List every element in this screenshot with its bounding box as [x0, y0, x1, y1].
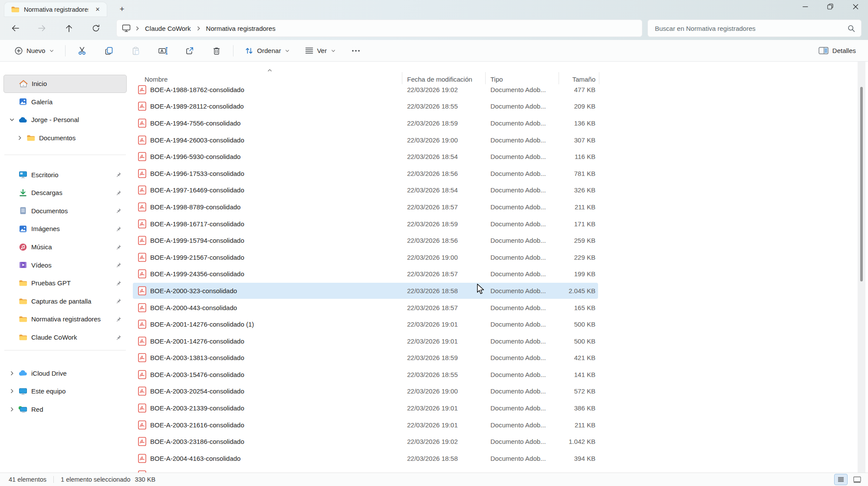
- back-button[interactable]: [8, 21, 23, 36]
- details-pane-button[interactable]: Detalles: [819, 47, 856, 54]
- sidebar-item-pruebas-gpt[interactable]: Pruebas GPT: [3, 274, 127, 292]
- thumbnail-view-toggle[interactable]: [852, 474, 863, 485]
- scrollbar-thumb[interactable]: [860, 87, 863, 281]
- file-name: BOE-A-1994-26003-consolidado: [150, 136, 401, 144]
- sort-icon: [245, 47, 253, 55]
- cut-button[interactable]: [72, 43, 92, 59]
- pdf-icon: [138, 169, 146, 178]
- vertical-scrollbar[interactable]: [858, 62, 865, 473]
- details-view-icon: [838, 477, 844, 482]
- sidebar-item-jorge-personal[interactable]: Jorge - Personal: [3, 111, 127, 129]
- sidebar-item-este-equipo[interactable]: Este equipo: [3, 382, 127, 400]
- view-button[interactable]: Ver: [300, 43, 340, 59]
- file-name: BOE-A-1998-16717-consolidado: [150, 220, 401, 228]
- file-row[interactable]: BOE-A-1999-21567-consolidado22/03/2026 1…: [130, 249, 858, 266]
- pdf-icon: [138, 136, 146, 145]
- file-row[interactable]: BOE-A-1998-16717-consolidado22/03/2026 1…: [130, 215, 858, 232]
- sidebar-item-red[interactable]: Red: [3, 400, 127, 419]
- pdf-icon: [138, 303, 146, 312]
- tab-close-icon[interactable]: ✕: [93, 5, 102, 14]
- minimize-button[interactable]: [792, 0, 818, 13]
- file-row[interactable]: BOE-A-1996-17533-consolidado22/03/2026 1…: [130, 165, 858, 182]
- file-row[interactable]: BOE-A-2003-21339-consolidado22/03/2026 1…: [130, 400, 858, 417]
- file-type: Documento Adob...: [490, 203, 555, 211]
- pdf-icon: [138, 370, 146, 379]
- file-row[interactable]: BOE-A-1999-15794-consolidado22/03/2026 1…: [130, 232, 858, 249]
- sidebar-item-capturas-de-pantalla[interactable]: Capturas de pantalla: [3, 292, 127, 311]
- sidebar-item-label: Escritorio: [31, 171, 59, 179]
- close-button[interactable]: [843, 0, 868, 13]
- file-row[interactable]: BOE-A-2003-21616-consolidado22/03/2026 1…: [130, 417, 858, 433]
- restore-button[interactable]: [818, 0, 843, 13]
- chevron-right-icon[interactable]: [5, 407, 18, 412]
- command-toolbar: Nuevo Ordenar: [0, 40, 868, 62]
- breadcrumb-segment[interactable]: Normativa registradores: [203, 23, 279, 33]
- delete-button[interactable]: [207, 43, 227, 59]
- more-ellipsis-icon: [352, 50, 360, 52]
- file-row[interactable]: BOE-A-2003-15476-consolidado22/03/2026 1…: [130, 366, 858, 383]
- sidebar-item-escritorio[interactable]: Escritorio: [3, 165, 127, 184]
- file-date: 22/03/2026 18:59: [407, 354, 483, 361]
- folder-icon: [18, 298, 27, 305]
- copy-button[interactable]: [99, 43, 119, 59]
- sidebar-item-claude-cowork[interactable]: Claude CoWork: [3, 328, 127, 347]
- file-row[interactable]: BOE-A-1994-26003-consolidado22/03/2026 1…: [130, 132, 858, 149]
- sidebar: InicioGaleríaJorge - PersonalDocumentosE…: [3, 75, 127, 418]
- sidebar-item-inicio[interactable]: Inicio: [3, 75, 127, 93]
- file-row[interactable]: BOE-A-2000-323-consolidado22/03/2026 18:…: [130, 282, 858, 299]
- search-icon[interactable]: [848, 25, 855, 32]
- refresh-button[interactable]: [89, 21, 103, 36]
- status-bar: 41 elementos 1 elemento seleccionado 330…: [0, 473, 868, 486]
- paste-button[interactable]: [126, 43, 146, 59]
- new-tab-button[interactable]: +: [116, 3, 128, 15]
- sidebar-item-normativa-registradores[interactable]: Normativa registradores: [3, 310, 127, 328]
- file-row[interactable]: BOE-A-2003-20254-consolidado22/03/2026 1…: [130, 383, 858, 400]
- sort-button[interactable]: Ordenar: [240, 43, 294, 59]
- file-date: 22/03/2026 19:01: [407, 404, 483, 412]
- chevron-right-icon[interactable]: [5, 389, 18, 393]
- file-row[interactable]: BOE-A-2004-4163-consolidado22/03/2026 18…: [130, 450, 858, 467]
- sidebar-item-v-deos[interactable]: Vídeos: [3, 256, 127, 274]
- sidebar-item-documentos[interactable]: Documentos: [3, 202, 127, 220]
- new-button[interactable]: Nuevo: [10, 43, 59, 59]
- forward-button[interactable]: [34, 21, 49, 36]
- file-row[interactable]: BOE-A-1998-8789-consolidado22/03/2026 18…: [130, 198, 858, 215]
- icloud-icon: [18, 370, 27, 376]
- share-button[interactable]: [180, 43, 200, 59]
- paste-icon: [132, 46, 140, 55]
- chevron-down-icon[interactable]: [5, 117, 18, 122]
- file-row[interactable]: BOE-A-2001-14276-consolidado22/03/2026 1…: [130, 333, 858, 350]
- file-row[interactable]: BOE-A-2005-7364-consolidado22/03/2026 18…: [130, 467, 858, 473]
- sidebar-item-m-sica[interactable]: Música: [3, 238, 127, 256]
- file-row[interactable]: BOE-A-2003-13813-consolidado22/03/2026 1…: [130, 350, 858, 367]
- pictures-icon: [18, 225, 27, 233]
- file-row[interactable]: BOE-A-1988-18762-consolidado22/03/2026 1…: [130, 81, 858, 98]
- chevron-right-icon[interactable]: [13, 136, 26, 140]
- file-row[interactable]: BOE-A-1999-24356-consolidado22/03/2026 1…: [130, 266, 858, 283]
- rename-button[interactable]: [153, 43, 173, 59]
- up-button[interactable]: [62, 21, 76, 36]
- file-row[interactable]: BOE-A-1989-28112-consolidado22/03/2026 1…: [130, 98, 858, 115]
- sidebar-item-descargas[interactable]: Descargas: [3, 184, 127, 202]
- file-row[interactable]: BOE-A-1994-7556-consolidado22/03/2026 18…: [130, 115, 858, 132]
- search-input[interactable]: [654, 24, 848, 33]
- file-row[interactable]: BOE-A-2003-23186-consolidado22/03/2026 1…: [130, 433, 858, 450]
- more-options-button[interactable]: [347, 43, 365, 59]
- explorer-tab[interactable]: Normativa registradores ✕: [4, 2, 107, 17]
- sidebar-item-documentos[interactable]: Documentos: [3, 129, 127, 147]
- sidebar-item-im-genes[interactable]: Imágenes: [3, 220, 127, 238]
- search-box[interactable]: [648, 20, 861, 37]
- chevron-right-icon[interactable]: [5, 371, 18, 376]
- downloads-icon: [18, 188, 27, 197]
- file-row[interactable]: BOE-A-2000-443-consolidado22/03/2026 18:…: [130, 299, 858, 316]
- sidebar-item-icloud-drive[interactable]: iCloud Drive: [3, 364, 127, 382]
- breadcrumb-segment[interactable]: Claude CoWork: [141, 23, 194, 33]
- breadcrumb-chevron-icon: [133, 26, 141, 31]
- details-view-toggle[interactable]: [834, 474, 848, 485]
- file-row[interactable]: BOE-A-2001-14276-consolidado (1)22/03/20…: [130, 316, 858, 333]
- file-row[interactable]: BOE-A-1997-16469-consolidado22/03/2026 1…: [130, 182, 858, 199]
- file-type: Documento Adob...: [490, 304, 555, 311]
- sidebar-item-galer-a[interactable]: Galería: [3, 93, 127, 111]
- file-row[interactable]: BOE-A-1996-5930-consolidado22/03/2026 18…: [130, 148, 858, 165]
- sidebar-separator: [4, 350, 126, 350]
